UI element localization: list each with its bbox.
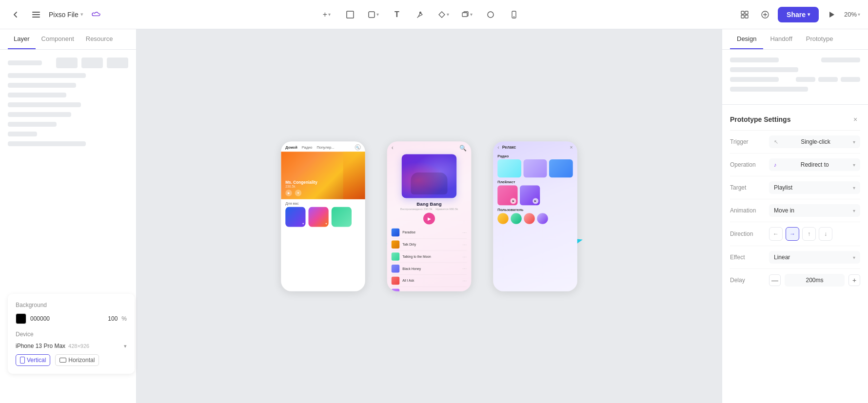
opacity-value[interactable]: 100 <box>108 315 118 322</box>
user-avatar-3[interactable] <box>524 213 535 224</box>
tab-handoff[interactable]: Handoff <box>763 29 799 49</box>
trigger-dropdown[interactable]: ↖ Single-click ▾ <box>769 135 860 148</box>
more-talking[interactable]: ··· <box>463 254 467 258</box>
text-tool[interactable]: T <box>389 7 405 22</box>
playlist-section-label: Плейлист <box>493 177 577 185</box>
play-hero-btn[interactable]: ▶ <box>285 190 292 196</box>
song-item-grudges[interactable]: Grudges ··· <box>392 287 467 291</box>
song-item-paradise[interactable]: Paradise ··· <box>392 227 467 239</box>
user-avatar-4[interactable] <box>537 213 548 224</box>
like-hero-btn[interactable]: ♥ <box>295 190 302 196</box>
device-select-row[interactable]: iPhone 13 Pro Max 428×926 ▾ <box>16 343 127 349</box>
target-label: Target <box>730 184 765 191</box>
menu-icon[interactable] <box>28 7 44 22</box>
radio-back-icon[interactable]: ‹ <box>497 144 499 150</box>
direction-left-btn[interactable]: ← <box>769 227 783 241</box>
radio-thumb-1[interactable] <box>497 159 521 178</box>
song-item-talking[interactable]: Talking to the Moon ··· <box>392 250 467 263</box>
thumb-talking <box>392 252 400 261</box>
playlist-thumb-1[interactable]: ▶ <box>497 185 517 205</box>
color-hex-value[interactable]: 000000 <box>30 315 104 322</box>
delay-minus-btn[interactable]: — <box>769 274 781 286</box>
song-item-blackhoney[interactable]: Black Honey ··· <box>392 263 467 275</box>
search-icon-phone1[interactable]: 🔍 <box>355 144 361 150</box>
target-value: Playlist <box>774 184 792 191</box>
present-button[interactable] <box>824 7 839 22</box>
animation-dropdown[interactable]: Move in ▾ <box>769 204 860 217</box>
direction-right-btn[interactable]: → <box>786 227 799 241</box>
target-dropdown[interactable]: Playlist ▾ <box>769 181 860 194</box>
user-avatar-1[interactable] <box>497 213 509 224</box>
pen-tool[interactable] <box>413 7 428 22</box>
frame-tool[interactable] <box>342 7 358 22</box>
radio-thumb-3[interactable] <box>549 159 573 178</box>
canvas[interactable]: Домой Радио Популяр... 🔍 Ms. Congenialit… <box>137 29 722 403</box>
more-paradise[interactable]: ··· <box>463 230 467 234</box>
color-swatch[interactable] <box>16 313 26 324</box>
song-item-talk[interactable]: Talk Dirty ··· <box>392 238 467 250</box>
shape-tool[interactable]: ▾ <box>366 7 381 22</box>
toolbar-right: Share ▾ 20% ▾ <box>737 7 860 22</box>
nav-popular[interactable]: Популяр... <box>316 145 334 149</box>
sidebar-tabs: Layer Component Resource <box>0 29 136 50</box>
trigger-mouse-icon: ↖ <box>774 139 778 145</box>
ellipse-tool[interactable] <box>483 7 498 22</box>
operation-dropdown[interactable]: ♪ Redirect to ▾ <box>769 158 860 171</box>
more-allask[interactable]: ··· <box>463 278 467 282</box>
operation-music-icon: ♪ <box>774 162 777 168</box>
panel-divider <box>722 104 868 105</box>
heart-icon-1: ♥ <box>302 222 304 226</box>
nav-home[interactable]: Домой <box>285 145 297 149</box>
prototype-settings-close[interactable]: × <box>850 115 860 124</box>
player-search-icon[interactable]: 🔍 <box>459 144 467 151</box>
community-icon[interactable] <box>757 7 773 22</box>
nav-radio[interactable]: Радио <box>302 145 313 149</box>
delay-row: Delay — 200ms + <box>730 269 860 291</box>
tab-component[interactable]: Component <box>36 29 80 49</box>
playlist-thumb-2[interactable]: ▶ <box>520 185 540 205</box>
tab-layer[interactable]: Layer <box>8 29 36 49</box>
effect-dropdown[interactable]: Linear ▾ <box>769 251 860 264</box>
operation-row: Operation ♪ Redirect to ▾ <box>730 154 860 176</box>
radio-close-icon[interactable]: × <box>570 144 573 150</box>
component-tool[interactable]: ▾ <box>436 7 452 22</box>
thumb-2[interactable]: ♥ <box>309 207 329 227</box>
svg-rect-4 <box>369 12 375 18</box>
mask-tool[interactable]: ▾ <box>459 7 475 22</box>
radio-thumb-2[interactable] <box>523 159 547 178</box>
add-tool[interactable]: + ▾ <box>319 7 335 22</box>
user-avatar-2[interactable] <box>511 213 522 224</box>
phone-frame-2: ‹ 🔍 Bang Bang Воспроизведено 230.5k Нрав… <box>387 141 472 291</box>
delay-value-display[interactable]: 200ms <box>785 274 845 287</box>
animation-dropdown-arrow: ▾ <box>853 208 855 213</box>
play-button-center[interactable]: ▶ <box>423 212 435 224</box>
more-grudges[interactable]: ··· <box>463 290 467 291</box>
thumb-3[interactable] <box>332 207 352 227</box>
direction-up-btn[interactable]: ↑ <box>802 227 816 241</box>
tab-resource[interactable]: Resource <box>80 29 119 49</box>
svg-marker-15 <box>829 12 834 18</box>
player-back-icon[interactable]: ‹ <box>392 144 394 151</box>
vertical-icon <box>20 357 25 364</box>
heart-icon-2: ♥ <box>325 222 327 226</box>
zoom-control[interactable]: 20% ▾ <box>844 11 860 18</box>
thumb-1[interactable]: ♥ <box>285 207 305 227</box>
delay-plus-btn[interactable]: + <box>848 274 860 286</box>
delay-label: Delay <box>730 277 765 284</box>
device-tool[interactable] <box>506 7 522 22</box>
more-talk[interactable]: ··· <box>463 242 467 246</box>
horizontal-orientation-btn[interactable]: Horizontal <box>55 354 99 366</box>
device-name: iPhone 13 Pro Max <box>16 343 65 349</box>
back-button[interactable] <box>8 7 23 22</box>
tab-prototype[interactable]: Prototype <box>799 29 840 49</box>
song-item-allask[interactable]: All I Ask ··· <box>392 275 467 287</box>
vertical-orientation-btn[interactable]: Vertical <box>16 354 50 366</box>
plugin-icon[interactable] <box>737 7 752 22</box>
file-title[interactable]: Pixso File ▾ <box>49 11 83 19</box>
tab-design[interactable]: Design <box>730 29 763 49</box>
cloud-save-icon[interactable] <box>88 7 104 22</box>
share-button[interactable]: Share ▾ <box>778 7 819 22</box>
more-blackhoney[interactable]: ··· <box>463 267 467 270</box>
animation-label: Animation <box>730 207 765 214</box>
direction-down-btn[interactable]: ↓ <box>819 227 832 241</box>
